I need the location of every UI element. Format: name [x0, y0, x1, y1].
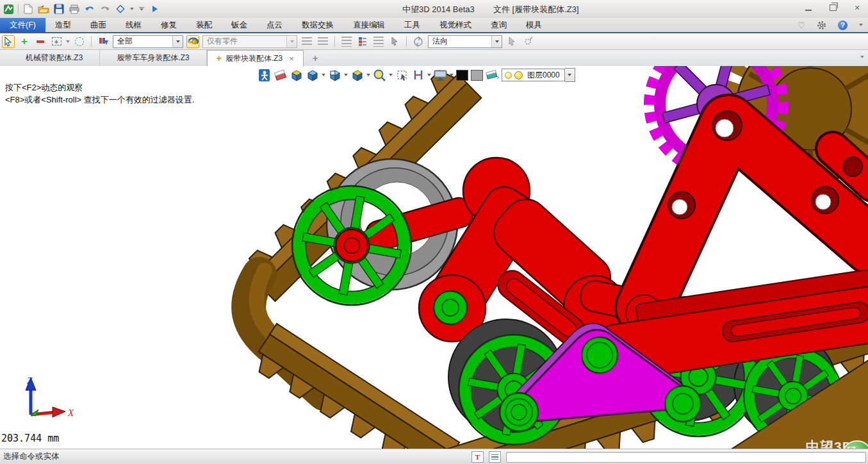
menu-file[interactable]: 文件(F)	[0, 18, 45, 32]
z-axis-label: Z	[27, 376, 33, 386]
hint-line-2: <F8>或者<Shift-roll> 查找下一个有效的过滤器设置.	[5, 94, 194, 106]
view-nav-dropdown-icon[interactable]	[130, 8, 134, 10]
zoom-dropdown-icon[interactable]	[389, 74, 393, 76]
direction-dropdown[interactable]: 法向	[428, 35, 502, 48]
black-swatch[interactable]	[456, 70, 468, 81]
menu-shape[interactable]: 造型	[45, 18, 81, 32]
section-dropdown-icon[interactable]	[366, 74, 370, 76]
window-select-view-icon[interactable]	[395, 69, 409, 82]
filter-scope-dropdown[interactable]: 全部	[113, 35, 183, 48]
cursor-tool-icon[interactable]	[388, 35, 401, 48]
save-icon[interactable]	[53, 3, 65, 15]
pick-cursor-icon[interactable]	[2, 35, 15, 48]
measurement-readout: 203.744 mm	[1, 433, 59, 444]
list-all-icon[interactable]	[340, 35, 353, 48]
layer-visibility-bulb-icon[interactable]	[505, 72, 512, 79]
remove-selection-icon[interactable]	[34, 35, 47, 48]
output-list-icon[interactable]	[489, 451, 501, 463]
view-face-dropdown-icon[interactable]	[344, 74, 348, 76]
tab-label: 履带块装配体.Z3	[225, 53, 283, 64]
close-button[interactable]: ×	[850, 3, 864, 13]
shaded-display-icon[interactable]	[306, 69, 319, 82]
add-selection-icon[interactable]: +	[18, 35, 31, 48]
favorites-icon[interactable]: ♡	[798, 21, 805, 30]
selection-toolbar: + + 全部 仅有零件 法向	[0, 33, 868, 50]
window-select-icon[interactable]: +	[50, 35, 63, 48]
help-dropdown-icon[interactable]	[859, 24, 863, 26]
view-face-icon[interactable]	[328, 69, 341, 82]
align-dropdown-icon[interactable]	[427, 74, 431, 76]
zoom-window-icon[interactable]	[373, 69, 386, 82]
align-constraint-icon[interactable]	[411, 69, 425, 82]
close-tab-icon[interactable]: ×	[289, 54, 294, 63]
tab-label: 履带车车身装配体.Z3	[117, 53, 189, 63]
tab-doc-1[interactable]: 机械臂装配体.Z3	[9, 50, 100, 66]
menu-visualstyle[interactable]: 视觉样式	[430, 18, 481, 32]
list-colored-icon[interactable]	[356, 35, 369, 48]
print-icon[interactable]	[69, 3, 80, 15]
help-icon[interactable]: ?	[838, 21, 848, 30]
menu-dataexchange[interactable]: 数据交换	[292, 18, 343, 32]
tab-doc-2[interactable]: 履带车车身装配体.Z3	[100, 50, 206, 66]
menu-pointcloud[interactable]: 点云	[257, 18, 292, 32]
tab-overflow-icon[interactable]	[860, 56, 864, 58]
status-bar: 选择命令或实体 T	[0, 449, 868, 464]
cursor-plus-icon[interactable]	[505, 35, 518, 48]
display-dropdown-icon[interactable]	[450, 74, 454, 76]
base-view-icon[interactable]	[290, 69, 303, 82]
selection-filter-icon[interactable]	[97, 35, 110, 48]
layer-dropdown[interactable]: 图层0000	[502, 69, 565, 81]
view-navigation-icon[interactable]	[115, 3, 126, 15]
menu-surface[interactable]: 曲面	[81, 18, 116, 32]
display-mode-icon[interactable]	[434, 69, 447, 82]
redo-icon[interactable]	[99, 3, 111, 15]
menu-inquire[interactable]: 查询	[481, 18, 516, 32]
walkthrough-icon[interactable]	[258, 69, 271, 82]
start-presentation-icon[interactable]	[149, 3, 161, 15]
customize-toolbar-icon[interactable]	[138, 3, 145, 15]
entity-filter-dropdown[interactable]: 仅有零件	[202, 35, 297, 48]
viewport: 图层0000 按下<F2>动态的观察 <F8>或者<Shift-roll> 查找…	[0, 66, 868, 449]
menu-repair[interactable]: 修复	[151, 18, 186, 32]
layer-dropdown-arrow[interactable]	[565, 68, 575, 82]
menu-mold[interactable]: 模具	[516, 18, 552, 32]
viewport-canvas[interactable]	[0, 66, 868, 449]
erase-display-icon[interactable]	[274, 69, 287, 82]
restore-button[interactable]	[826, 3, 840, 13]
hint-line-1: 按下<F2>动态的观察	[5, 81, 194, 94]
minimize-button[interactable]	[801, 3, 815, 13]
menu-sheetmetal[interactable]: 钣金	[222, 18, 257, 32]
title-bar: 中望3D 2014 Beta3 文件 [履带块装配体.Z3] ×	[0, 0, 868, 19]
pick-first-icon[interactable]	[316, 35, 329, 48]
menu-tools[interactable]: 工具	[395, 18, 430, 32]
prompt-hints: 按下<F2>动态的观察 <F8>或者<Shift-roll> 查找下一个有效的过…	[5, 81, 194, 106]
list-plain-icon[interactable]	[372, 35, 385, 48]
gray-swatch[interactable]	[471, 70, 483, 81]
app-logo-icon[interactable]	[3, 3, 14, 15]
menu-bar: 文件(F) 造型 曲面 线框 修复 装配 钣金 点云 数据交换 直接编辑 工具 …	[0, 18, 868, 32]
text-window-icon[interactable]: T	[471, 451, 484, 463]
status-input-field[interactable]	[506, 452, 866, 463]
probe-icon[interactable]	[521, 35, 534, 48]
highlight-eraser-icon[interactable]	[486, 69, 499, 82]
lasso-select-icon[interactable]	[73, 35, 86, 48]
new-file-icon[interactable]	[22, 3, 34, 15]
window-select-dropdown-icon[interactable]	[66, 40, 70, 43]
menu-directedit[interactable]: 直接编辑	[343, 18, 395, 32]
reorient-icon[interactable]	[412, 35, 425, 48]
separator	[18, 4, 19, 14]
new-tab-button[interactable]: +	[304, 50, 327, 66]
section-view-icon[interactable]	[350, 69, 364, 82]
menu-assembly[interactable]: 装配	[186, 18, 222, 32]
undo-icon[interactable]	[84, 3, 95, 15]
zw3d-window: 中望3D 2014 Beta3 文件 [履带块装配体.Z3] × 文件(F) 造…	[0, 0, 868, 464]
tab-label: 机械臂装配体.Z3	[26, 53, 83, 63]
open-file-icon[interactable]	[38, 3, 49, 15]
tab-doc-3-active[interactable]: + 履带块装配体.Z3 ×	[207, 50, 304, 67]
menu-wireframe[interactable]: 线框	[116, 18, 151, 32]
shaded-dropdown-icon[interactable]	[322, 74, 325, 76]
layer-color-icon[interactable]	[514, 71, 523, 79]
pick-last-icon[interactable]	[300, 35, 313, 48]
settings-gear-icon[interactable]	[817, 21, 826, 30]
pick-style-icon[interactable]	[186, 35, 199, 48]
